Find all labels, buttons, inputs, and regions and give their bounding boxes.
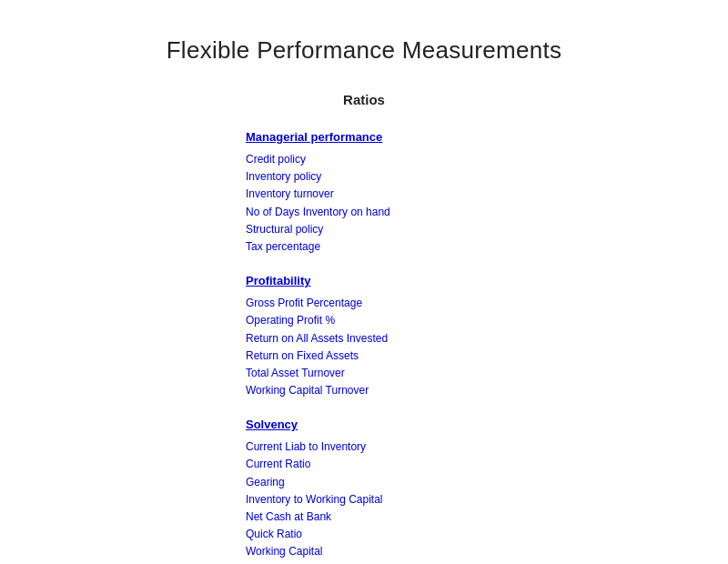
page-title: Flexible Performance Measurements [0, 36, 728, 65]
list-item[interactable]: Gearing [246, 474, 537, 491]
list-item[interactable]: Quick Ratio [246, 526, 537, 543]
category-block-solvency: SolvencyCurrent Liab to InventoryCurrent… [246, 418, 537, 564]
list-item[interactable]: Inventory to Working Capital [246, 491, 537, 509]
list-item[interactable]: Working Capital [246, 543, 537, 560]
section-heading: Ratios [0, 92, 728, 107]
category-items-managerial-performance: Credit policyInventory policyInventory t… [246, 151, 537, 256]
list-item[interactable]: Credit policy [246, 151, 537, 168]
list-item[interactable]: Working Capital to CA [246, 561, 537, 564]
list-item[interactable]: Tax percentage [246, 238, 537, 256]
list-item[interactable]: Structural policy [246, 221, 537, 238]
list-item[interactable]: Operating Profit % [246, 312, 537, 329]
list-item[interactable]: Inventory policy [246, 168, 537, 186]
list-item[interactable]: No of Days Inventory on hand [246, 204, 537, 221]
list-item[interactable]: Return on All Assets Invested [246, 330, 537, 347]
category-title-profitability[interactable]: Profitability [246, 274, 537, 287]
content-area: Managerial performanceCredit policyInven… [0, 130, 728, 564]
page-container: Flexible Performance Measurements Ratios… [0, 0, 728, 564]
category-block-managerial-performance: Managerial performanceCredit policyInven… [246, 130, 537, 256]
list-item[interactable]: Current Ratio [246, 456, 537, 473]
list-item[interactable]: Net Cash at Bank [246, 509, 537, 526]
category-title-solvency[interactable]: Solvency [246, 418, 537, 431]
list-item[interactable]: Inventory turnover [246, 186, 537, 203]
list-item[interactable]: Current Liab to Inventory [246, 438, 537, 456]
category-items-profitability: Gross Profit PercentageOperating Profit … [246, 295, 537, 399]
category-block-profitability: ProfitabilityGross Profit PercentageOper… [246, 274, 537, 399]
list-item[interactable]: Working Capital Turnover [246, 382, 537, 399]
list-item[interactable]: Gross Profit Percentage [246, 295, 537, 312]
list-item[interactable]: Return on Fixed Assets [246, 347, 537, 365]
list-item[interactable]: Total Asset Turnover [246, 365, 537, 382]
category-title-managerial-performance[interactable]: Managerial performance [246, 130, 537, 144]
category-items-solvency: Current Liab to InventoryCurrent RatioGe… [246, 438, 537, 564]
